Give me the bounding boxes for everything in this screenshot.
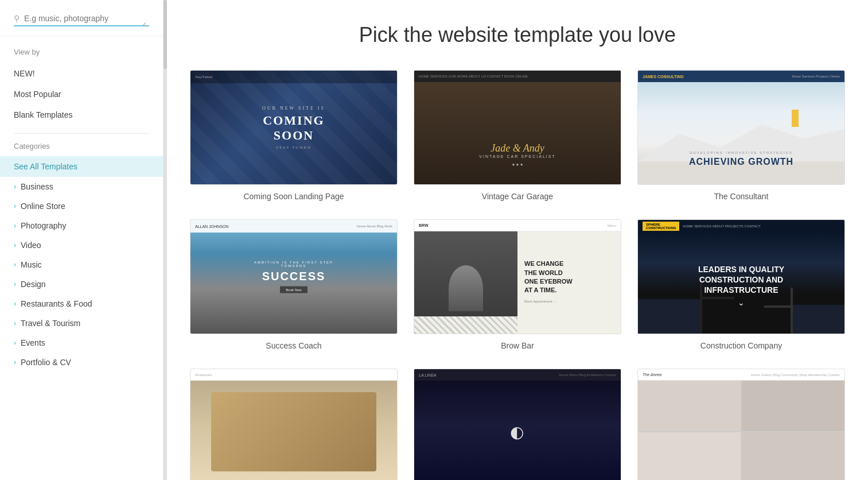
- sidebar-item-label: Restaurants & Food: [21, 299, 92, 308]
- template-thumb-annex: The Annex Home Gallery Blog Community Sh…: [637, 369, 845, 480]
- chevron-icon: ›: [14, 339, 16, 347]
- annex-img1: [638, 381, 741, 431]
- chevron-icon: ›: [14, 358, 16, 366]
- s-tagline: AMBITION IS THE FIRST STEP TOWARDS: [242, 261, 345, 268]
- template-thumb-coming-soon: StayTuned OUR NEW SITE IS COMINGSOON STA…: [190, 70, 398, 185]
- sidebar-item-label: Music: [21, 260, 42, 269]
- c-subtitle: DEVELOPING INNOVATIVE STRATEGIES: [649, 151, 833, 154]
- space-logo: LA LINEA: [419, 373, 436, 377]
- template-label-consultant: The Consultant: [637, 192, 845, 201]
- chevron-icon: ›: [14, 280, 16, 288]
- template-card-construction[interactable]: SPHERECONSTRUCTIONS HOME SERVICES ABOUT …: [637, 219, 845, 350]
- chevron-icon: ›: [14, 241, 16, 249]
- con-logo: SPHERECONSTRUCTIONS: [643, 222, 679, 231]
- space-nav: LA LINEA Home About Blog Exhibitions Con…: [414, 369, 621, 381]
- s-overlay: AMBITION IS THE FIRST STEP TOWARDS SUCCE…: [242, 261, 345, 293]
- template-label-brow-bar: Brow Bar: [414, 341, 621, 350]
- b-cta: Book Appointment →: [524, 300, 614, 303]
- c-title: ACHIEVING GROWTH: [649, 157, 833, 167]
- template-thumb-success-coach: ALLAN JOHNSON Home About Blog Work AMBIT…: [190, 219, 398, 334]
- sidebar-item-label: Design: [21, 280, 46, 289]
- cs-sub: STAY TUNED: [276, 145, 312, 150]
- template-label-vintage-car: Vintage Car Garage: [414, 192, 621, 201]
- s-nav: ALLAN JOHNSON Home About Blog Work: [190, 220, 397, 233]
- scrollbar[interactable]: [164, 0, 167, 480]
- annex-grid: [638, 381, 844, 480]
- template-card-success-coach[interactable]: ALLAN JOHNSON Home About Blog Work AMBIT…: [190, 219, 398, 350]
- b-face: [449, 265, 483, 311]
- b-nav: BRW Menu: [414, 220, 621, 231]
- sidebar-item-restaurants-food[interactable]: › Restaurants & Food: [0, 294, 163, 313]
- chevron-icon: ›: [14, 300, 16, 308]
- sidebar-item-design[interactable]: › Design: [0, 274, 163, 294]
- sidebar-item-label: Business: [21, 182, 53, 191]
- sidebar-item-label: Travel & Tourism: [21, 319, 80, 328]
- con-nav: SPHERECONSTRUCTIONS HOME SERVICES ABOUT …: [638, 220, 844, 233]
- template-card-annex[interactable]: The Annex Home Gallery Blog Community Sh…: [637, 369, 845, 480]
- chevron-icon: ›: [14, 319, 16, 327]
- template-card-food[interactable]: Restaurant: [190, 369, 398, 480]
- template-thumb-vintage-car: HOME SERVICES OUR WORK ABOUT US CONTACT …: [414, 70, 621, 185]
- sidebar-item-new[interactable]: NEW!: [0, 63, 163, 84]
- template-thumb-brow-bar: BRW Menu WE CHANGETHE WORLDONE EYEBROWAT…: [414, 219, 621, 334]
- v-title: Jade & Andy: [414, 142, 621, 154]
- c-logo: JAMES CONSULTING: [643, 75, 684, 79]
- view-by-label: View by: [0, 48, 163, 63]
- template-card-space[interactable]: LA LINEA Home About Blog Exhibitions Con…: [414, 369, 621, 480]
- sidebar-item-see-all[interactable]: See All Templates: [0, 156, 163, 177]
- c-figure: [792, 110, 799, 127]
- search-wrapper: ⚲: [14, 14, 149, 26]
- con-arrow: ⌄: [698, 297, 784, 307]
- template-label-coming-soon: Coming Soon Landing Page: [190, 192, 398, 201]
- cs-text-small: OUR NEW SITE IS: [262, 106, 325, 111]
- template-thumb-space: LA LINEA Home About Blog Exhibitions Con…: [414, 369, 621, 480]
- s-nav-links: Home About Blog Work: [357, 224, 392, 228]
- sidebar-item-label: Events: [21, 338, 45, 347]
- search-input[interactable]: [24, 14, 149, 23]
- template-card-brow-bar[interactable]: BRW Menu WE CHANGETHE WORLDONE EYEBROWAT…: [414, 219, 621, 350]
- sidebar-item-photography[interactable]: › Photography: [0, 216, 163, 235]
- v-social: ● ● ●: [414, 162, 621, 167]
- sidebar-item-music[interactable]: › Music: [0, 255, 163, 274]
- template-card-coming-soon[interactable]: StayTuned OUR NEW SITE IS COMINGSOON STA…: [190, 70, 398, 201]
- collapse-button[interactable]: ‹: [137, 16, 153, 32]
- v-nav-home: HOME SERVICES OUR WORK ABOUT US CONTACT …: [419, 75, 528, 78]
- sidebar: ‹ ⚲ View by NEW! Most Popular Blank Temp…: [0, 0, 164, 480]
- template-card-consultant[interactable]: JAMES CONSULTING About Services Projects…: [637, 70, 845, 201]
- categories-label: Categories: [0, 142, 163, 156]
- sidebar-item-blank-templates[interactable]: Blank Templates: [0, 104, 163, 125]
- con-title: LEADERS IN QUALITYCONSTRUCTION ANDINFRAS…: [698, 264, 784, 296]
- s-logo: ALLAN JOHNSON: [195, 224, 228, 229]
- c-bottom: DEVELOPING INNOVATIVE STRATEGIES ACHIEVI…: [649, 151, 833, 167]
- sidebar-item-travel-tourism[interactable]: › Travel & Tourism: [0, 313, 163, 333]
- v-overlay: Jade & Andy VINTAGE CAR SPECIALIST ● ● ●: [414, 142, 621, 167]
- chevron-left-icon: ‹: [143, 19, 146, 29]
- cs-text-big: COMINGSOON: [263, 113, 324, 143]
- sidebar-item-portfolio-cv[interactable]: › Portfolio & CV: [0, 353, 163, 372]
- annex-nav-links: Home Gallery Blog Community Shop Members…: [751, 373, 840, 377]
- page-title: Pick the website template you love: [190, 23, 845, 47]
- template-thumb-food: Restaurant: [190, 369, 398, 480]
- sidebar-item-events[interactable]: › Events: [0, 333, 163, 353]
- template-label-success-coach: Success Coach: [190, 341, 398, 350]
- template-card-vintage-car[interactable]: HOME SERVICES OUR WORK ABOUT US CONTACT …: [414, 70, 621, 201]
- sidebar-item-most-popular[interactable]: Most Popular: [0, 84, 163, 104]
- main-content: Pick the website template you love StayT…: [167, 0, 868, 480]
- sidebar-item-video[interactable]: › Video: [0, 235, 163, 255]
- sidebar-item-online-store[interactable]: › Online Store: [0, 196, 163, 216]
- chevron-icon: ›: [14, 202, 16, 210]
- con-content: LEADERS IN QUALITYCONSTRUCTION ANDINFRAS…: [698, 264, 784, 307]
- search-icon: ⚲: [14, 14, 20, 23]
- chevron-icon: ›: [14, 261, 16, 269]
- food-nav-label: Restaurant: [195, 373, 212, 377]
- sidebar-item-label: Video: [21, 241, 41, 250]
- c-nav-links: About Services Projects Clients: [792, 75, 840, 78]
- sidebar-item-business[interactable]: › Business: [0, 177, 163, 196]
- c-scene: [638, 82, 844, 184]
- b-right: WE CHANGETHE WORLDONE EYEBROWAT A TIME. …: [517, 220, 621, 334]
- s-cta-button: Book Now: [280, 287, 307, 293]
- sidebar-item-label: Photography: [21, 221, 66, 230]
- nav-divider: [14, 133, 149, 134]
- c-nav: JAMES CONSULTING About Services Projects…: [638, 71, 844, 82]
- template-label-construction: Construction Company: [637, 341, 845, 350]
